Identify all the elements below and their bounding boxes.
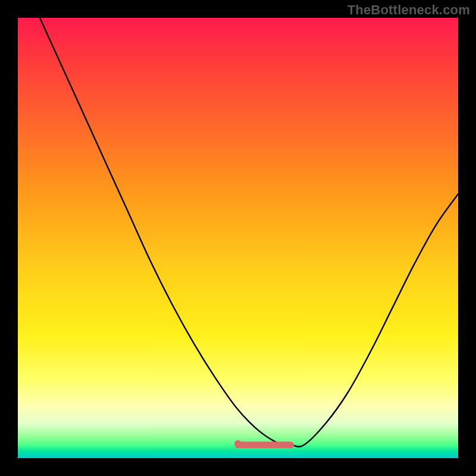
curve-svg <box>18 18 458 458</box>
bottleneck-curve <box>40 18 458 447</box>
chart-frame: TheBottleneck.com <box>0 0 476 476</box>
watermark-text: TheBottleneck.com <box>347 2 470 18</box>
plot-area <box>18 18 458 458</box>
accent-dot-left <box>234 440 242 447</box>
